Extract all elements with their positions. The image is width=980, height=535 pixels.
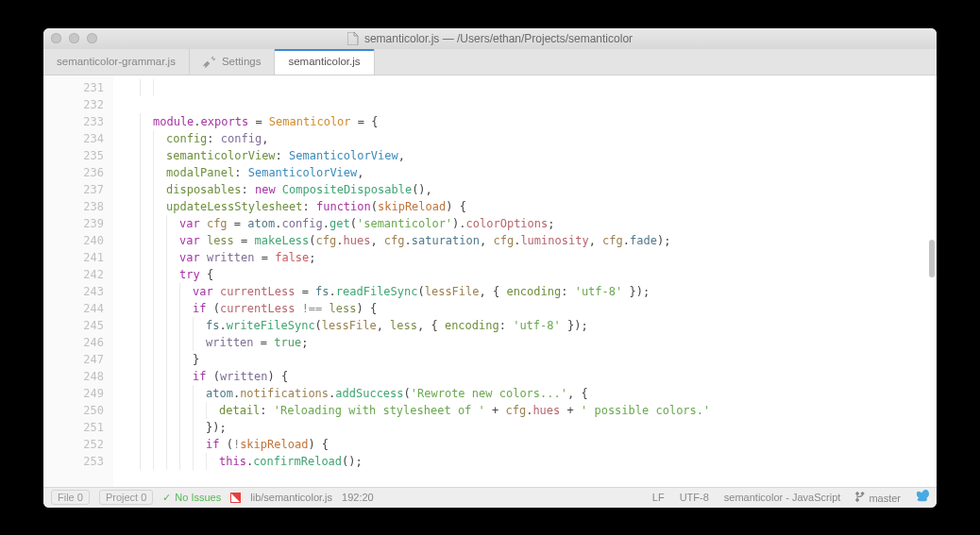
scrollbar-thumb[interactable] (929, 240, 935, 277)
line-number[interactable]: 232 (43, 96, 104, 113)
cursor-position[interactable]: 192:20 (342, 492, 374, 503)
code-area[interactable]: module.exports = Semanticolor = {config:… (113, 75, 937, 487)
file-icon (347, 32, 359, 45)
close-window-button[interactable] (51, 33, 61, 43)
tab-label: semanticolor-grammar.js (57, 56, 176, 67)
code-line[interactable] (140, 79, 937, 96)
tab-semanticolor[interactable]: semanticolor.js (275, 49, 374, 75)
code-line[interactable]: written = true; (140, 334, 937, 351)
line-number[interactable]: 237 (43, 181, 104, 198)
code-line[interactable]: detail: 'Reloading with stylesheet of ' … (140, 402, 937, 419)
linter-status[interactable]: ✓ No Issues (162, 492, 221, 504)
code-line[interactable]: updateLessStylesheet: function(skipReloa… (140, 198, 937, 215)
project-issues-count[interactable]: Project 0 (99, 490, 153, 505)
line-number[interactable]: 247 (43, 351, 104, 368)
line-number[interactable]: 250 (43, 402, 104, 419)
minimize-window-button[interactable] (69, 33, 79, 43)
line-number[interactable]: 252 (43, 436, 104, 453)
code-line[interactable]: try { (140, 266, 937, 283)
line-number[interactable]: 249 (43, 385, 104, 402)
line-number[interactable]: 244 (43, 300, 104, 317)
tab-semanticolor-grammar[interactable]: semanticolor-grammar.js (43, 49, 190, 75)
line-number[interactable]: 253 (43, 453, 104, 470)
line-number[interactable]: 236 (43, 164, 104, 181)
code-line[interactable]: var currentLess = fs.readFileSync(lessFi… (140, 283, 937, 300)
check-icon: ✓ (162, 492, 171, 504)
line-number[interactable]: 245 (43, 317, 104, 334)
line-number[interactable]: 240 (43, 232, 104, 249)
code-line[interactable]: atom.notifications.addSuccess('Rewrote n… (140, 385, 937, 402)
line-number[interactable]: 239 (43, 215, 104, 232)
line-number[interactable]: 248 (43, 368, 104, 385)
file-issues-count[interactable]: File 0 (51, 490, 90, 505)
line-number[interactable]: 241 (43, 249, 104, 266)
git-branch-icon (855, 492, 866, 502)
code-line[interactable]: this.confirmReload(); (140, 453, 937, 470)
code-line[interactable]: } (140, 351, 937, 368)
line-number[interactable]: 242 (43, 266, 104, 283)
linter-status-text: No Issues (175, 492, 221, 503)
tab-settings[interactable]: Settings (190, 49, 276, 75)
file-path[interactable]: lib/semanticolor.js (250, 492, 332, 503)
line-number[interactable]: 243 (43, 283, 104, 300)
code-line[interactable]: if (currentLess !== less) { (140, 300, 937, 317)
settings-icon (203, 55, 216, 68)
window-title: semanticolor.js — /Users/ethan/Projects/… (43, 32, 937, 45)
grammar-selector[interactable]: semanticolor - JavaScript (724, 492, 841, 503)
line-ending[interactable]: LF (652, 492, 665, 503)
squirrel-icon[interactable] (916, 490, 929, 505)
git-branch[interactable]: master (855, 492, 901, 504)
code-line[interactable]: semanticolorView: SemanticolorView, (140, 147, 937, 164)
line-number[interactable]: 233 (43, 113, 104, 130)
code-line[interactable]: config: config, (140, 130, 937, 147)
editor-area[interactable]: 2312322332342352362372382392402412422432… (43, 75, 937, 487)
line-number[interactable]: 238 (43, 198, 104, 215)
line-number[interactable]: 234 (43, 130, 104, 147)
code-line[interactable]: disposables: new CompositeDisposable(), (140, 181, 937, 198)
titlebar[interactable]: semanticolor.js — /Users/ethan/Projects/… (43, 28, 937, 49)
code-line[interactable]: var less = makeLess(cfg.hues, cfg.satura… (140, 232, 937, 249)
tab-label: semanticolor.js (288, 56, 360, 67)
window-title-text: semanticolor.js — /Users/ethan/Projects/… (364, 32, 633, 45)
code-line[interactable]: if (written) { (140, 368, 937, 385)
git-branch-name: master (869, 493, 901, 504)
code-line[interactable]: var written = false; (140, 249, 937, 266)
zoom-window-button[interactable] (87, 33, 97, 43)
gutter: 2312322332342352362372382392402412422432… (43, 75, 113, 487)
color-indicator-icon[interactable] (230, 493, 241, 503)
traffic-lights (51, 33, 97, 43)
line-number[interactable]: 231 (43, 79, 104, 96)
line-number[interactable]: 235 (43, 147, 104, 164)
encoding[interactable]: UTF-8 (680, 492, 709, 503)
editor-window: semanticolor.js — /Users/ethan/Projects/… (43, 28, 937, 508)
code-line[interactable]: if (!skipReload) { (140, 436, 937, 453)
status-bar: File 0 Project 0 ✓ No Issues lib/semanti… (43, 487, 937, 508)
code-line[interactable]: modalPanel: SemanticolorView, (140, 164, 937, 181)
code-line[interactable]: var cfg = atom.config.get('semanticolor'… (140, 215, 937, 232)
line-number[interactable]: 251 (43, 419, 104, 436)
tab-label: Settings (222, 56, 262, 67)
code-line[interactable]: }); (140, 419, 937, 436)
line-number[interactable]: 246 (43, 334, 104, 351)
code-line[interactable]: module.exports = Semanticolor = { (140, 113, 937, 130)
tab-bar: semanticolor-grammar.js Settings semanti… (43, 49, 937, 75)
code-line[interactable] (140, 96, 937, 113)
code-line[interactable]: fs.writeFileSync(lessFile, less, { encod… (140, 317, 937, 334)
